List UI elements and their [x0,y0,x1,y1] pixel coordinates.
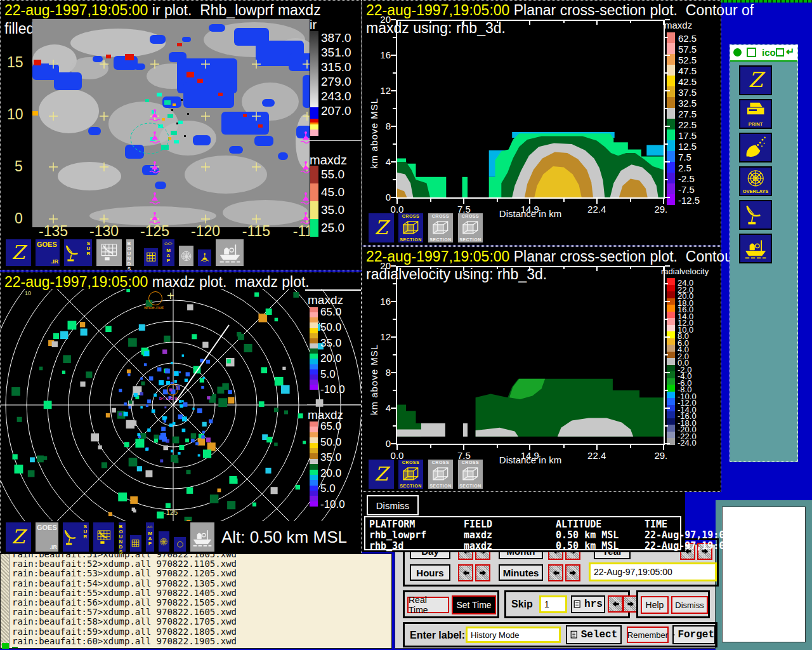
grid-button[interactable] [129,534,143,553]
gridradar-button[interactable] [92,521,115,553]
cube-button[interactable]: CROSSSECTION [457,212,484,244]
bounds-label: B O U N D S [126,241,133,272]
y-tick-label: 4 [369,402,391,413]
sur-button[interactable] [739,200,772,230]
y-tick-label: 16 [369,296,391,307]
minutes-decrement-button[interactable] [548,564,563,581]
buoy-button[interactable] [197,248,213,267]
table-header: TIME [645,519,667,530]
section-label: SECTION [428,237,453,242]
colorbar-tick-label: 315.0 [321,60,351,74]
bounds-button[interactable]: B O U N D S [125,238,135,267]
skip-decrement-button[interactable] [608,595,623,613]
circle-button[interactable] [173,536,187,553]
title-date: 22-aug-1997,19:05:00 [4,274,148,290]
time-mode-group: Real Time Set Time [403,590,499,618]
table-cell: maxdz [464,540,492,552]
colorbar-tick-label: 351.0 [321,46,351,60]
terminal-scrollbar[interactable] [1,554,10,648]
table-cell: rhb_3d [369,540,403,552]
rings-button[interactable] [178,244,195,267]
y-tick-label: 4 [369,156,391,167]
feature-circle [148,291,162,305]
remember-button[interactable]: Remember [627,627,669,643]
goes-ir-label: .IR [49,544,57,550]
y-tick-label: 0 [369,192,391,202]
x-tick-label: 22.4 [587,450,606,461]
colorbar-tick-label: -10.0 [320,498,345,511]
cube-button[interactable]: CROSSSECTION [427,458,454,490]
cube-button[interactable]: CROSSSECTION [457,458,484,490]
colorbar-tick-label: 52.5 [678,55,697,65]
overlays-label: OVERLAYS [740,189,771,194]
set-time-button[interactable]: Set Time [452,595,496,614]
terminal-cursor [12,647,18,649]
colorbar-tick-label: -12.5 [678,195,700,206]
title-text: Planar cross-section plot. Contour of [509,2,754,18]
ship-button[interactable] [189,521,216,553]
skip-value-field[interactable]: 1 [539,595,567,613]
colorbar-tick-label: 5.0 [320,368,336,381]
gridradar-button[interactable] [95,238,123,267]
label-field[interactable]: History Mode [466,627,561,643]
z-button[interactable]: Z [367,212,395,244]
sur-button[interactable]: S U R [63,238,93,267]
dish-button[interactable] [739,133,772,162]
contour-plot[interactable] [397,20,664,197]
colorbar-tick-label: -10.0 [320,383,345,396]
window-title-line2: radialvelocity using: rhb_3d. [366,266,547,283]
z-button[interactable]: Z [4,521,32,553]
minutes-increment-button[interactable] [565,564,580,581]
dismiss-button[interactable]: Dismiss [671,596,708,614]
x-tick-label: 22.4 [587,204,606,215]
separator [308,140,361,141]
map-button[interactable]: M A P [161,238,176,267]
skip-units-button[interactable]: hrs [571,595,605,613]
svg-text:Z: Z [11,241,27,263]
cube-button[interactable]: CROSSSECTION [397,458,424,490]
cube-button[interactable]: CROSSSECTION [397,212,424,244]
colorbar-title: maxdz [308,293,343,307]
satellite-image[interactable] [32,19,310,227]
rings-button[interactable]: OVERLAYS [739,166,772,196]
y-tick-label: 12 [369,331,391,342]
contour-plot[interactable] [397,266,664,444]
hours-increment-button[interactable] [475,564,490,581]
table-cell: 0.50 km MSL [556,529,619,541]
forget-button[interactable]: Forget [672,625,716,644]
sur-label: S U R [82,524,89,540]
section-label: SECTION [458,484,483,488]
datetime-field[interactable]: 22-Aug-97,19:05:00 [589,562,717,581]
real-time-button[interactable]: Real Time [407,597,449,613]
select-button[interactable]: Select [566,625,622,644]
print-button[interactable]: PRINT [739,99,772,129]
x-tick-label: 7.5 [457,204,471,215]
goes-button[interactable]: GOES.IR [34,521,60,553]
ppi-display[interactable] [1,289,361,521]
section-label: SECTION [428,484,453,488]
minutes-button[interactable]: Minutes [499,564,543,581]
terminal-window[interactable]: rain:beaufait:51>xdump.all 970822.1005.x… [0,554,392,649]
sur-button[interactable]: S U R [62,521,90,553]
z-button[interactable]: Z [367,458,395,490]
z-button[interactable]: Z [739,65,772,95]
colorbar-tick-label: 207.0 [321,104,351,118]
y-axis-label: km above MSL [369,307,379,415]
ship-button[interactable] [214,238,245,267]
hours-button[interactable]: Hours [410,564,450,581]
cube-button[interactable]: CROSSSECTION [427,212,454,244]
grid-button[interactable] [143,247,159,267]
bounds-button[interactable]: B O U N D S [117,521,127,553]
goes-button[interactable]: GOES.IR [34,238,61,267]
hours-decrement-button[interactable] [458,564,473,581]
help-button[interactable]: Help [641,596,669,614]
map-button[interactable]: M A P [145,521,155,553]
colorbar-strip [310,166,318,237]
colorbar-tick-label: -2.5 [678,173,695,184]
ship-button[interactable] [739,234,772,263]
colorbar-title: maxdz [664,20,692,30]
sur-label: S U R [85,241,92,256]
rings-button[interactable] [157,530,171,553]
z-button[interactable]: Z [4,238,32,267]
popup-dismiss-button[interactable]: Dismiss [367,495,419,515]
